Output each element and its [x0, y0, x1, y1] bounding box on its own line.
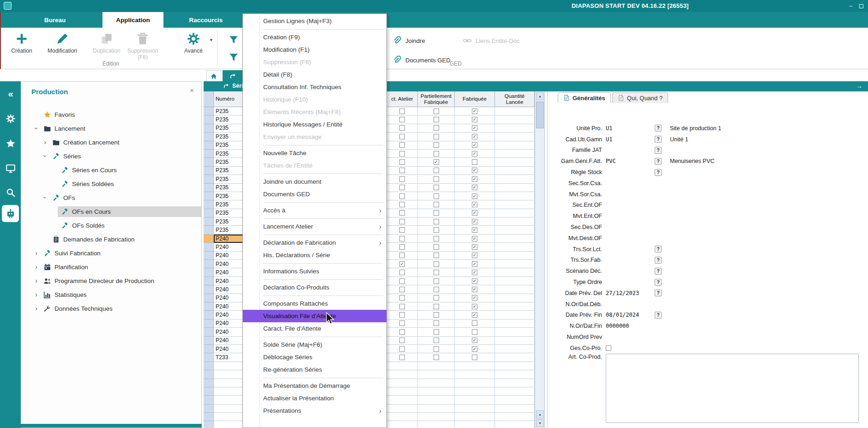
checkbox-checked[interactable]: ✓	[472, 236, 477, 241]
checkbox-unchecked[interactable]	[472, 355, 477, 360]
row-gutter[interactable]	[204, 115, 214, 124]
checkbox-checked[interactable]: ✓	[472, 151, 477, 157]
avance-button[interactable]: Avancé ▾	[174, 30, 213, 67]
expand-icon[interactable]: ›	[32, 249, 40, 257]
checkbox-unchecked[interactable]	[434, 278, 439, 284]
help-button[interactable]: ?	[655, 246, 662, 253]
checkbox-unchecked[interactable]	[399, 227, 405, 233]
checkbox-unchecked[interactable]	[399, 142, 405, 148]
checkbox-checked[interactable]: ✓	[472, 176, 477, 182]
checkbox-unchecked[interactable]	[399, 109, 405, 114]
collapse-icon[interactable]: ›	[42, 152, 49, 160]
checkbox-unchecked[interactable]	[399, 117, 405, 122]
menu-item-modification-f1[interactable]: Modification (F1)	[243, 43, 386, 56]
help-button[interactable]: ?	[655, 147, 662, 154]
menu-item-documents-ged[interactable]: Documents GED	[243, 188, 386, 200]
row-gutter[interactable]	[204, 345, 214, 353]
menu-item-declaration-co-produits[interactable]: Déclaration Co-Produits	[243, 281, 386, 294]
sidebar-item-desktop[interactable]	[4, 162, 18, 175]
menu-item-presentations[interactable]: Présentations›	[243, 404, 386, 417]
row-gutter[interactable]	[204, 235, 214, 243]
checkbox-unchecked[interactable]	[434, 168, 439, 173]
checkbox-checked[interactable]: ✓	[472, 117, 477, 122]
nav-item-ofs-soldes[interactable]: OFs Soldés	[21, 218, 201, 232]
checkbox-checked[interactable]: ✓	[472, 109, 477, 114]
checkbox-unchecked[interactable]	[434, 270, 439, 275]
checkbox-unchecked[interactable]	[434, 109, 439, 114]
row-gutter[interactable]	[204, 277, 214, 285]
help-button[interactable]: ?	[655, 169, 662, 176]
checkbox-unchecked[interactable]	[434, 346, 439, 352]
header-quantite-lancee[interactable]: Quantité Lancée	[495, 91, 535, 107]
menu-item-nouvelle-tache[interactable]: Nouvelle Tâche	[243, 147, 386, 159]
field-textarea[interactable]	[606, 354, 859, 423]
checkbox-unchecked[interactable]	[434, 320, 439, 326]
checkbox-unchecked[interactable]	[434, 193, 439, 199]
menu-item-lancement-atelier[interactable]: Lancement Atelier›	[243, 220, 386, 233]
row-gutter[interactable]	[204, 124, 214, 133]
field-value[interactable]: 0000000	[606, 323, 655, 329]
checkbox-unchecked[interactable]	[399, 329, 405, 335]
checkbox-checked[interactable]: ✓	[472, 227, 477, 233]
row-gutter[interactable]	[204, 209, 214, 217]
nav-item-series-soldees[interactable]: Séries Soldées	[21, 177, 201, 191]
checkbox-unchecked[interactable]	[434, 185, 439, 190]
row-gutter[interactable]	[204, 243, 214, 251]
checkbox-unchecked[interactable]	[434, 210, 439, 216]
row-gutter[interactable]	[204, 200, 214, 209]
field-value[interactable]: 27/12/2023	[606, 290, 655, 296]
field-value[interactable]: PVC	[606, 158, 655, 164]
checkbox-unchecked[interactable]	[434, 125, 439, 131]
creation-button[interactable]: Création	[2, 30, 42, 67]
checkbox-checked[interactable]: ✓	[472, 168, 477, 173]
checkbox-checked[interactable]: ✓	[472, 270, 477, 275]
expand-icon[interactable]: ›	[32, 305, 40, 312]
nav-item-lancement[interactable]: ›Lancement	[21, 121, 201, 135]
maximize-button[interactable]	[857, 2, 865, 10]
nav-item-ofs[interactable]: ›OFs	[21, 191, 201, 205]
expand-icon[interactable]: ›	[41, 139, 49, 146]
checkbox-unchecked[interactable]	[399, 193, 405, 199]
menu-item-caract-file-d-attente[interactable]: Caract. File d'Attente	[243, 322, 386, 335]
expand-icon[interactable]: ›	[32, 263, 40, 271]
checkbox-unchecked[interactable]	[399, 134, 405, 139]
filter-button-1[interactable]	[225, 31, 242, 48]
collapse-icon[interactable]: ›	[33, 125, 40, 133]
row-gutter[interactable]	[204, 268, 214, 277]
checkbox-unchecked[interactable]	[399, 168, 405, 173]
row-gutter[interactable]	[204, 150, 214, 158]
checkbox-unchecked[interactable]	[399, 270, 405, 275]
row-gutter[interactable]	[204, 294, 214, 302]
checkbox-unchecked[interactable]	[399, 320, 405, 326]
row-gutter[interactable]	[204, 319, 214, 328]
checkbox-unchecked[interactable]	[399, 295, 405, 301]
row-gutter[interactable]	[204, 226, 214, 234]
menu-item-declaration-de-fabrication[interactable]: Déclaration de Fabrication›	[243, 236, 386, 249]
sidebar-item-favorites[interactable]	[4, 137, 18, 151]
nav-item-suivi-fabrication[interactable]: ›Suivi Fabrication	[21, 246, 201, 260]
checkbox-unchecked[interactable]	[472, 159, 477, 165]
checkbox-unchecked[interactable]	[399, 176, 405, 182]
modification-button[interactable]: Modification	[42, 30, 82, 67]
checkbox-checked[interactable]: ✓	[472, 287, 477, 292]
help-button[interactable]: ?	[655, 289, 662, 296]
menu-item-composants-rattaches[interactable]: Composants Rattachés	[243, 297, 386, 310]
checkbox-unchecked[interactable]	[434, 151, 439, 157]
tab-qui-quand[interactable]: Qui, Quand ?	[612, 92, 668, 103]
row-gutter[interactable]	[204, 158, 214, 166]
help-button[interactable]: ?	[655, 158, 662, 165]
checkbox-checked[interactable]: ✓	[472, 125, 477, 131]
checkbox-unchecked[interactable]	[399, 312, 405, 318]
checkbox-checked[interactable]: ✓	[472, 278, 477, 284]
checkbox-unchecked[interactable]	[399, 125, 405, 131]
checkbox-checked[interactable]: ✓	[472, 134, 477, 139]
scrollbar-thumb[interactable]	[536, 102, 544, 128]
field-value[interactable]: 08/01/2024	[606, 312, 655, 318]
checkbox-checked[interactable]: ✓	[472, 210, 477, 216]
tab-application[interactable]: Application	[102, 12, 163, 28]
help-button[interactable]: ?	[655, 268, 662, 275]
tab-generalites[interactable]: Généralités	[558, 92, 611, 103]
checkbox-unchecked[interactable]	[434, 202, 439, 207]
checkbox-checked[interactable]: ✓	[472, 261, 477, 267]
menu-item-acces-a[interactable]: Accès à›	[243, 204, 386, 217]
